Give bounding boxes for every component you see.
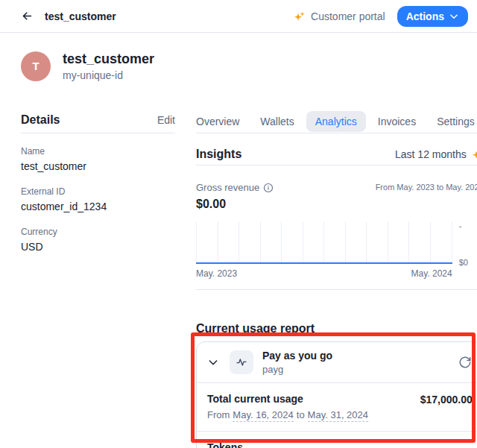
divider [196, 289, 477, 290]
gross-revenue-label: Gross revenue [196, 182, 259, 193]
chevron-down-icon [449, 11, 459, 22]
detail-field-external-id: External ID customer_id_1234 [21, 186, 175, 214]
divider [196, 133, 477, 133]
divider [196, 165, 477, 165]
field-label: External ID [21, 186, 175, 198]
sparkle-icon [472, 148, 477, 160]
usage-period: From May. 16, 2024 to May. 31, 2024 [207, 409, 368, 422]
period-end-date[interactable]: May. 31, 2024 [308, 409, 368, 422]
gross-revenue-value: $0.00 [196, 198, 274, 211]
topbar-title: test_customer [45, 10, 116, 22]
back-button[interactable] [19, 9, 34, 24]
charge-name: Tokens [207, 441, 271, 448]
customer-header: T test_customer my-unique-id [0, 33, 477, 81]
total-usage-amount: $17,000.00 [420, 392, 473, 406]
x-tick-end: May. 2024 [411, 268, 452, 279]
period-start-date[interactable]: May. 16, 2024 [233, 409, 293, 422]
tab-wallets[interactable]: Wallets [251, 111, 303, 132]
x-axis-labels: May. 2023 May. 2024 [196, 268, 452, 279]
detail-field-name: Name test_customer [21, 145, 175, 174]
avatar: T [21, 51, 51, 81]
insights-heading: Insights [196, 148, 241, 161]
field-label: Currency [21, 226, 175, 238]
field-value: test_customer [21, 159, 175, 174]
revenue-line-plot [196, 221, 452, 264]
detail-field-currency: Currency USD [21, 226, 175, 254]
y-axis-labels: - $0 [452, 221, 477, 264]
tab-overview[interactable]: Overview [187, 111, 248, 132]
chevron-down-icon [207, 356, 219, 368]
topbar: test_customer Customer portal Actions [0, 0, 477, 33]
usage-report-heading: Current usage report [196, 320, 477, 338]
customer-main-panel: Overview Wallets Analytics Invoices Sett… [196, 111, 477, 448]
y-tick-top: - [459, 221, 477, 230]
divider [21, 133, 175, 133]
actions-button[interactable]: Actions [397, 6, 468, 27]
charge-row-tokens: Tokens openai_tokens [197, 431, 477, 448]
total-usage-label: Total current usage [207, 392, 368, 406]
period-prefix: From [207, 409, 230, 422]
customer-portal-link[interactable]: Customer portal [294, 10, 385, 22]
period-label: Last 12 months [395, 148, 467, 160]
plan-card-header: Pay as you go payg [197, 342, 477, 382]
y-tick-zero: $0 [459, 258, 477, 267]
field-value: USD [21, 239, 175, 254]
field-label: Name [21, 145, 175, 157]
edit-button[interactable]: Edit [157, 114, 175, 126]
chart-date-range: From May. 2023 to May. 2024 [376, 182, 477, 192]
period-joiner: to [297, 409, 305, 422]
refresh-icon [458, 356, 472, 369]
x-tick-start: May. 2023 [196, 268, 237, 279]
customer-name: test_customer [63, 51, 154, 67]
plan-code: payg [262, 363, 332, 376]
tab-invoices[interactable]: Invoices [369, 111, 425, 132]
refresh-button[interactable] [458, 355, 473, 370]
details-panel: Details Edit Name test_customer External… [21, 111, 175, 448]
customer-external-id: my-unique-id [63, 69, 154, 81]
field-value: customer_id_1234 [21, 199, 175, 214]
actions-label: Actions [406, 10, 444, 22]
tab-analytics[interactable]: Analytics [306, 111, 366, 132]
plan-pulse-icon [230, 350, 253, 374]
customer-portal-label: Customer portal [311, 10, 385, 22]
sparkle-icon [294, 10, 306, 22]
gross-revenue-chart: Gross revenue $0.00 From May. 2023 to Ma… [196, 182, 477, 279]
tab-settings[interactable]: Settings [428, 111, 477, 132]
usage-plan-card: Pay as you go payg Total current usage F… [196, 341, 477, 448]
total-usage-row: Total current usage From May. 16, 2024 t… [197, 382, 477, 431]
details-heading: Details [21, 113, 60, 127]
period-selector[interactable]: Last 12 months [395, 148, 477, 160]
collapse-button[interactable] [206, 355, 221, 370]
arrow-left-icon [21, 10, 34, 22]
plan-name: Pay as you go [262, 349, 332, 362]
tab-bar: Overview Wallets Analytics Invoices Sett… [187, 111, 477, 132]
info-icon[interactable] [263, 183, 274, 193]
